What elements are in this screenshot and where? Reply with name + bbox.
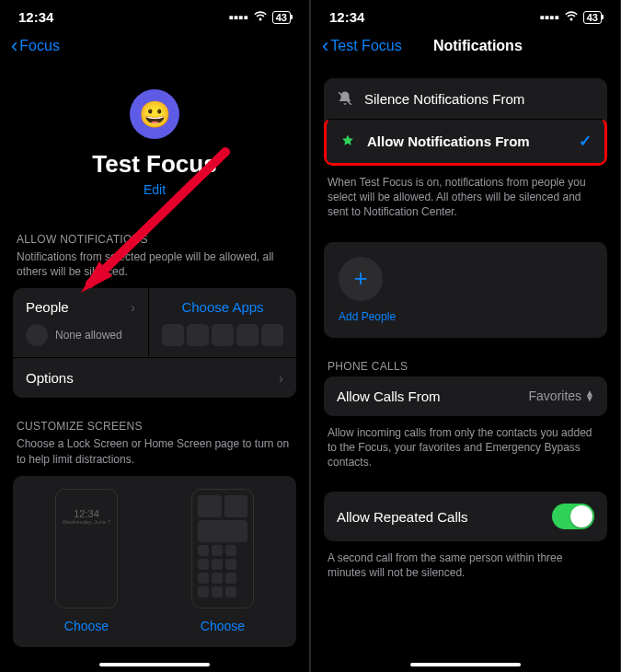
page-title: Notifications bbox=[347, 38, 609, 54]
edit-button[interactable]: Edit bbox=[144, 182, 166, 197]
chevron-right-icon: › bbox=[279, 370, 283, 386]
wifi-icon bbox=[253, 9, 268, 25]
people-button[interactable]: People› None allowed bbox=[13, 288, 149, 357]
updown-icon: ▲▼ bbox=[585, 390, 594, 401]
status-time: 12:34 bbox=[18, 9, 53, 25]
repeated-calls-label: Allow Repeated Calls bbox=[337, 509, 468, 525]
battery-icon: 43 bbox=[272, 11, 291, 24]
allow-option[interactable]: Allow Notifications From ✓ bbox=[324, 119, 607, 166]
repeated-description: A second call from the same person withi… bbox=[324, 541, 607, 589]
battery-icon: 43 bbox=[583, 11, 602, 24]
calls-from-card: Allow Calls From Favorites▲▼ bbox=[324, 377, 607, 416]
notifications-card: People› None allowed Choose Apps Options… bbox=[13, 288, 296, 398]
signal-icon: ▪▪▪▪ bbox=[228, 9, 247, 25]
empty-avatar-icon bbox=[26, 324, 48, 346]
screens-card: 12:34 Wednesday, June 7 Choose Choose bbox=[13, 476, 296, 647]
chevron-left-icon: ‹ bbox=[322, 34, 328, 58]
plus-icon: + bbox=[353, 264, 367, 293]
bell-badge-icon bbox=[339, 133, 356, 150]
nav-bar: ‹ Focus bbox=[0, 29, 309, 67]
mode-card: Silence Notifications From Allow Notific… bbox=[324, 78, 607, 166]
phone-calls-header: PHONE CALLS bbox=[324, 338, 607, 377]
focus-title: Test Focus bbox=[13, 150, 296, 179]
phone-right: 12:34 ▪▪▪▪ 43 ‹ Test Focus Notifications… bbox=[311, 0, 620, 672]
choose-apps-button[interactable]: Choose Apps bbox=[149, 288, 296, 357]
chevron-right-icon: › bbox=[131, 299, 135, 315]
wifi-icon bbox=[564, 9, 579, 25]
options-button[interactable]: Options › bbox=[13, 357, 296, 398]
add-people-button[interactable]: + bbox=[339, 257, 383, 301]
checkmark-icon: ✓ bbox=[579, 132, 592, 151]
signal-icon: ▪▪▪▪ bbox=[539, 9, 558, 25]
focus-header: 😀 Test Focus Edit bbox=[13, 67, 296, 211]
back-button[interactable]: ‹ Focus bbox=[11, 34, 60, 58]
bell-slash-icon bbox=[337, 90, 353, 107]
choose-home-button[interactable]: Choose bbox=[201, 619, 245, 633]
customize-subtext: Choose a Lock Screen or Home Screen page… bbox=[13, 436, 296, 475]
home-indicator[interactable] bbox=[99, 663, 210, 666]
phone-left: 12:34 ▪▪▪▪ 43 ‹ Focus 😀 Test Focus Edit … bbox=[0, 0, 309, 672]
calls-description: Allow incoming calls from only the conta… bbox=[324, 416, 607, 480]
allow-subtext: Notifications from selected people will … bbox=[13, 249, 296, 288]
customize-header: CUSTOMIZE SCREENS bbox=[13, 398, 296, 436]
allow-description: When Test Focus is on, notifications fro… bbox=[324, 166, 607, 229]
repeated-calls-toggle[interactable] bbox=[552, 504, 594, 529]
nav-bar: ‹ Test Focus Notifications bbox=[311, 29, 620, 67]
chevron-left-icon: ‹ bbox=[11, 34, 17, 58]
repeated-calls-card: Allow Repeated Calls bbox=[324, 492, 607, 541]
home-indicator[interactable] bbox=[410, 663, 521, 666]
status-time: 12:34 bbox=[329, 9, 364, 25]
add-people-card: + Add People bbox=[324, 242, 607, 338]
status-bar: 12:34 ▪▪▪▪ 43 bbox=[311, 0, 620, 29]
lock-screen-preview[interactable]: 12:34 Wednesday, June 7 bbox=[55, 489, 118, 608]
add-people-label: Add People bbox=[339, 310, 592, 323]
allow-calls-from-button[interactable]: Allow Calls From Favorites▲▼ bbox=[324, 377, 607, 416]
choose-lock-button[interactable]: Choose bbox=[64, 619, 109, 633]
status-bar: 12:34 ▪▪▪▪ 43 bbox=[0, 0, 309, 29]
smile-icon: 😀 bbox=[139, 99, 171, 130]
allow-header: ALLOW NOTIFICATIONS bbox=[13, 211, 296, 249]
silence-option[interactable]: Silence Notifications From bbox=[324, 78, 607, 119]
home-screen-preview[interactable] bbox=[191, 489, 254, 608]
focus-avatar: 😀 bbox=[130, 89, 179, 139]
